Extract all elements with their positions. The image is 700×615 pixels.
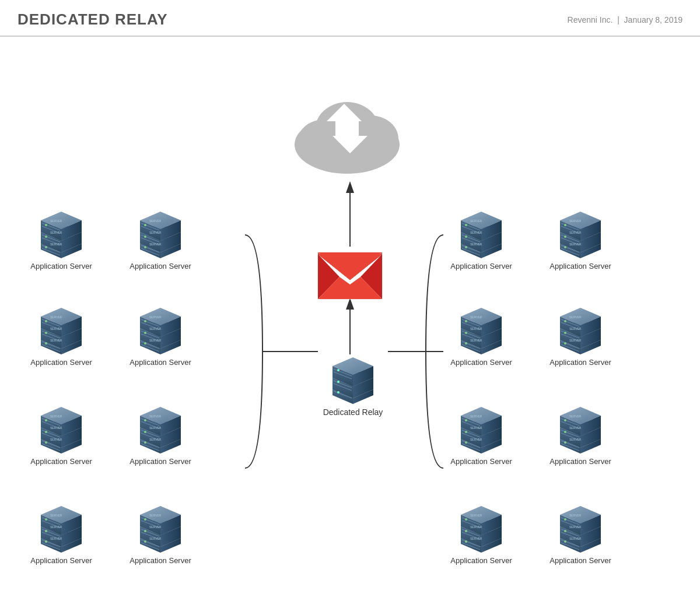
server-label: Application Server	[30, 556, 92, 566]
server-s12: SERVER SERVER SERVER Application Server	[545, 302, 615, 368]
svg-text:SERVER: SERVER	[149, 438, 162, 441]
svg-point-95	[45, 320, 47, 322]
svg-text:SERVER: SERVER	[569, 438, 582, 441]
svg-point-158	[144, 419, 146, 421]
svg-text:SERVER: SERVER	[470, 219, 482, 223]
svg-point-116	[144, 320, 146, 322]
svg-point-53	[45, 224, 47, 226]
svg-text:SERVER: SERVER	[470, 315, 482, 319]
svg-point-117	[144, 342, 146, 345]
svg-point-36	[337, 391, 340, 393]
company-name: Revenni Inc.	[568, 15, 613, 24]
server-s3: SERVER SERVER SERVER Application Server	[26, 302, 96, 368]
svg-text:SERVER: SERVER	[50, 231, 62, 234]
svg-text:SERVER: SERVER	[569, 426, 582, 430]
svg-text:SERVER: SERVER	[50, 327, 62, 331]
server-icon: SERVER SERVER SERVER	[134, 206, 187, 258]
server-icon: SERVER SERVER SERVER	[134, 302, 187, 354]
svg-point-222	[465, 246, 467, 248]
svg-text:SERVER: SERVER	[149, 525, 162, 529]
svg-text:SERVER: SERVER	[50, 525, 62, 529]
server-label: Application Server	[30, 358, 92, 368]
svg-text:SERVER: SERVER	[149, 219, 162, 223]
svg-text:SERVER: SERVER	[470, 537, 482, 540]
svg-text:SERVER: SERVER	[50, 243, 62, 246]
svg-text:SERVER: SERVER	[569, 525, 582, 529]
svg-point-137	[45, 419, 47, 421]
svg-point-34	[337, 381, 340, 383]
server-s16: SERVER SERVER SERVER Application Server	[545, 500, 615, 566]
svg-point-369	[564, 540, 566, 543]
server-label: Application Server	[550, 457, 611, 467]
svg-text:SERVER: SERVER	[149, 537, 162, 540]
server-s11: SERVER SERVER SERVER Application Server	[446, 302, 516, 368]
svg-text:SERVER: SERVER	[569, 537, 582, 540]
svg-text:SERVER: SERVER	[470, 243, 482, 246]
server-s5: SERVER SERVER SERVER Application Server	[26, 401, 96, 467]
server-s4: SERVER SERVER SERVER Application Server	[125, 302, 195, 368]
server-label: Application Server	[130, 358, 191, 368]
server-icon: SERVER SERVER SERVER	[35, 302, 88, 354]
svg-point-348	[465, 540, 467, 543]
svg-point-115	[144, 332, 146, 334]
svg-text:SERVER: SERVER	[470, 438, 482, 441]
svg-point-305	[465, 419, 467, 421]
svg-point-326	[564, 419, 566, 421]
svg-text:SERVER: SERVER	[569, 327, 582, 331]
server-icon: SERVER SERVER SERVER	[455, 500, 508, 553]
svg-text:SERVER: SERVER	[149, 231, 162, 234]
svg-point-199	[144, 530, 146, 532]
date: January 8, 2019	[624, 15, 682, 24]
svg-point-285	[564, 342, 566, 345]
svg-text:SERVER: SERVER	[149, 315, 162, 319]
svg-text:SERVER: SERVER	[149, 243, 162, 246]
svg-point-306	[465, 441, 467, 444]
server-s9: SERVER SERVER SERVER Application Server	[446, 206, 516, 272]
svg-text:SERVER: SERVER	[149, 339, 162, 342]
diagram-area: Dedicated Relay	[0, 37, 700, 614]
svg-point-243	[564, 246, 566, 248]
svg-point-74	[144, 224, 146, 226]
svg-text:SERVER: SERVER	[50, 414, 62, 418]
cloud-icon-container	[286, 86, 408, 177]
svg-point-138	[45, 441, 47, 444]
server-s7: SERVER SERVER SERVER Application Server	[26, 500, 96, 566]
server-label: Application Server	[30, 262, 92, 272]
server-s2: SERVER SERVER SERVER Application Server	[125, 206, 195, 272]
relay-server-container: Dedicated Relay	[315, 352, 391, 417]
svg-text:SERVER: SERVER	[50, 219, 62, 223]
svg-point-283	[564, 332, 566, 334]
svg-text:SERVER: SERVER	[50, 426, 62, 430]
gmail-icon	[315, 244, 385, 302]
server-label: Application Server	[550, 556, 611, 566]
svg-point-263	[465, 320, 467, 322]
svg-text:SERVER: SERVER	[569, 315, 582, 319]
server-icon: SERVER SERVER SERVER	[455, 302, 508, 354]
svg-text:SERVER: SERVER	[470, 525, 482, 529]
server-label: Application Server	[130, 262, 191, 272]
server-label: Application Server	[130, 457, 191, 467]
gmail-icon-container	[315, 244, 385, 302]
server-label: Application Server	[550, 358, 611, 368]
svg-text:SERVER: SERVER	[569, 414, 582, 418]
page-header: DEDICATED RELAY Revenni Inc. | January 8…	[0, 0, 700, 37]
svg-point-178	[45, 530, 47, 532]
server-label: Application Server	[450, 457, 512, 467]
svg-text:SERVER: SERVER	[149, 327, 162, 331]
server-icon: SERVER SERVER SERVER	[554, 401, 607, 454]
svg-point-52	[45, 236, 47, 238]
svg-text:SERVER: SERVER	[149, 426, 162, 430]
svg-point-157	[144, 431, 146, 433]
svg-point-200	[144, 518, 146, 521]
server-label: Application Server	[450, 262, 512, 272]
svg-point-347	[465, 518, 467, 521]
svg-text:SERVER: SERVER	[569, 339, 582, 342]
server-label: Application Server	[450, 556, 512, 566]
server-s15: SERVER SERVER SERVER Application Server	[446, 500, 516, 566]
server-icon: SERVER SERVER SERVER	[455, 206, 508, 258]
svg-point-73	[144, 236, 146, 238]
svg-text:SERVER: SERVER	[470, 414, 482, 418]
server-s13: SERVER SERVER SERVER Application Server	[446, 401, 516, 467]
svg-point-262	[465, 332, 467, 334]
svg-point-346	[465, 530, 467, 532]
